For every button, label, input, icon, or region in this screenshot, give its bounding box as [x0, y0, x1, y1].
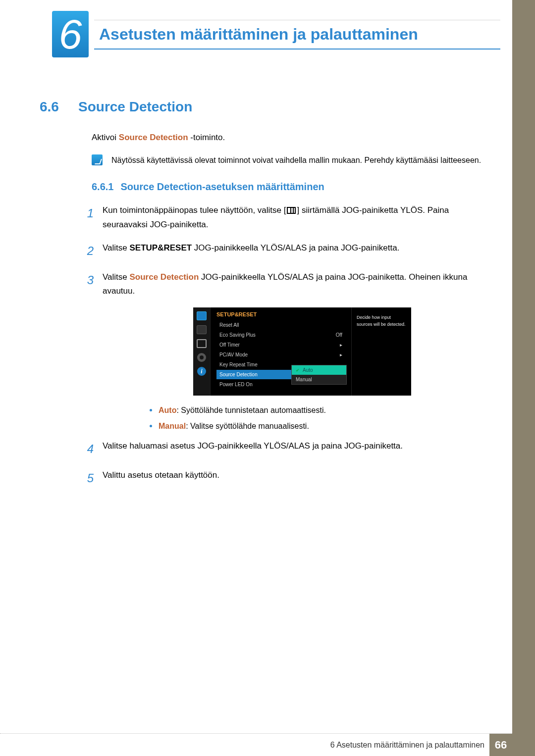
section-number: 6.6 [40, 99, 69, 115]
picture-icon [197, 325, 207, 334]
resize-icon [197, 339, 207, 348]
step-4-text: Valitse haluamasi asetus JOG-painikkeell… [103, 439, 490, 459]
subsection-title: Source Detection-asetuksen määrittäminen [120, 181, 324, 193]
step-2-text: Valitse SETUP&RESET JOG-painikkeella YLÖ… [103, 241, 490, 261]
chapter-number-tab: 6 [52, 11, 89, 57]
note-text: Näytössä käytettävissä olevat toiminnot … [111, 154, 481, 166]
osd-sidebar: i [193, 307, 210, 396]
term-source-detection: Source Detection [130, 272, 199, 282]
term-source-detection: Source Detection [119, 133, 188, 142]
bullet-manual: Manual: Valitse syöttölähde manuaalisest… [150, 420, 490, 432]
chapter-title: Asetusten määrittäminen ja palauttaminen [94, 20, 500, 50]
bullet-auto: Auto: Syöttölähde tunnistetaan automaatt… [150, 404, 490, 416]
step-3-text: Valitse Source Detection JOG-painikkeell… [103, 270, 490, 299]
page-footer: 6 Asetusten määrittäminen ja palauttamin… [0, 733, 512, 756]
osd-help-text: Decide how input sources will be detecte… [352, 307, 411, 396]
osd-row-eco: Eco Saving PlusOff [216, 330, 345, 340]
info-icon: i [197, 367, 206, 376]
term-auto: Auto [159, 406, 176, 414]
step-number: 3 [82, 270, 94, 299]
osd-option-auto: Auto [292, 365, 346, 375]
osd-row-off-timer: Off Timer [216, 340, 345, 350]
step-1-text: Kun toimintonäppäinopas tulee näyttöön, … [103, 203, 490, 232]
step-number: 4 [82, 439, 94, 459]
osd-option-manual: Manual [292, 375, 346, 384]
osd-screenshot: i SETUP&RESET Reset All Eco Saving PlusO… [193, 307, 411, 396]
osd-row-reset-all: Reset All [216, 320, 345, 330]
monitor-icon [197, 311, 207, 320]
footer-chapter-label: 6 Asetusten määrittäminen ja palauttamin… [330, 741, 484, 750]
gear-icon [197, 353, 206, 362]
term-manual: Manual [159, 422, 186, 430]
step-5-text: Valittu asetus otetaan käyttöön. [103, 468, 490, 489]
section-intro: Aktivoi Source Detection -toiminto. [92, 133, 490, 143]
footer-page-number: 66 [489, 734, 512, 756]
section-title: Source Detection [78, 99, 192, 115]
osd-popup: Auto Manual [291, 365, 347, 385]
subsection-number: 6.6.1 [92, 181, 113, 193]
step-number: 2 [82, 241, 94, 261]
term-setup-reset: SETUP&RESET [130, 243, 192, 252]
step-number: 1 [82, 203, 94, 232]
step-number: 5 [82, 468, 94, 489]
note-icon [92, 154, 103, 165]
page-edge-stripe [512, 0, 535, 756]
osd-row-pcav: PC/AV Mode [216, 350, 345, 359]
osd-title: SETUP&RESET [216, 311, 345, 317]
menu-icon [287, 207, 296, 214]
